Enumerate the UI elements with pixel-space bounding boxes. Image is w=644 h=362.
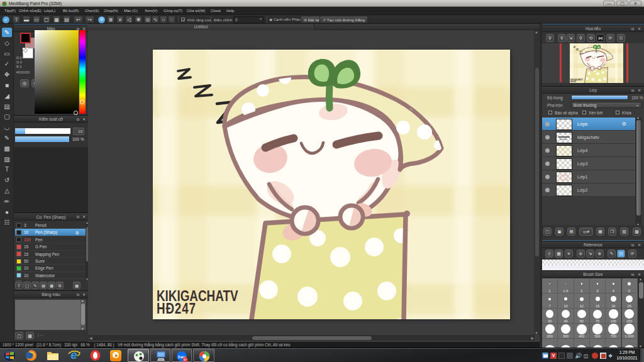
svg-text:HĐ247: HĐ247 <box>157 300 196 316</box>
svg-text:5+: 5+ <box>184 358 187 361</box>
